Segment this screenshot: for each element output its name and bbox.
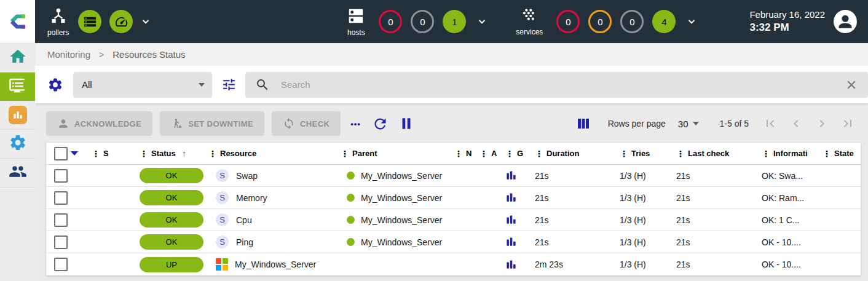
rows-per-page-value: 30 — [678, 119, 688, 129]
filter-settings-gear-icon[interactable] — [47, 77, 63, 93]
sort-asc-icon[interactable]: ↑ — [182, 148, 187, 159]
filter-scope-select[interactable]: All — [73, 72, 212, 98]
edit-columns-icon[interactable] — [576, 116, 591, 131]
pause-autorefresh-button[interactable] — [398, 116, 414, 132]
services-chevron-down-icon[interactable] — [686, 16, 697, 27]
previous-page-button[interactable] — [789, 116, 803, 131]
pollers-menu[interactable]: pollers — [47, 7, 69, 37]
hosts-up-counter[interactable]: 1 — [443, 10, 466, 33]
table-row[interactable]: OK SMemory My_Windows_Server 21s 1/3 (H)… — [46, 187, 861, 209]
row-checkbox[interactable] — [54, 258, 68, 271]
hosts-down-counter[interactable]: 0 — [379, 10, 402, 33]
sidebar-item-home[interactable] — [0, 44, 35, 73]
row-checkbox[interactable] — [54, 169, 68, 183]
column-header-state[interactable]: State — [834, 149, 854, 158]
column-header-status[interactable]: Status — [151, 149, 176, 158]
parent-name[interactable]: My_Windows_Server — [361, 215, 442, 225]
column-header-severity[interactable]: S — [103, 149, 109, 158]
column-header-resource[interactable]: Resource — [220, 149, 256, 158]
table-row[interactable]: OK SCpu My_Windows_Server 21s 1/3 (H) 21… — [46, 209, 861, 231]
column-header-tries[interactable]: Tries — [631, 149, 650, 158]
row-checkbox[interactable] — [54, 235, 68, 249]
expand-all-arrow-icon[interactable] — [71, 151, 78, 156]
last-page-button[interactable] — [840, 116, 855, 131]
column-header-last-check[interactable]: Last check — [688, 149, 729, 158]
advanced-filter-tune-icon[interactable] — [221, 77, 237, 92]
parent-name[interactable]: My_Windows_Server — [361, 193, 442, 203]
refresh-button[interactable] — [372, 116, 389, 132]
set-downtime-button[interactable]: SET DOWNTIME — [160, 111, 264, 136]
column-handle-icon[interactable]: ⋮ — [823, 149, 831, 158]
column-handle-icon[interactable]: ⋮ — [341, 149, 349, 158]
resource-name[interactable]: Cpu — [236, 215, 252, 225]
hosts-unreachable-counter[interactable]: 0 — [411, 10, 434, 33]
select-all-checkbox[interactable] — [54, 147, 68, 160]
table-row[interactable]: OK SPing My_Windows_Server 21s 1/3 (H) 2… — [46, 231, 861, 253]
rows-per-page-select[interactable]: 30 — [678, 119, 699, 129]
hosts-menu[interactable]: hosts — [347, 7, 365, 37]
services-label: services — [516, 28, 543, 36]
table-row[interactable]: OK SSwap My_Windows_Server 21s 1/3 (H) 2… — [46, 165, 861, 187]
parent-name[interactable]: My_Windows_Server — [361, 237, 442, 247]
sidebar-item-monitoring[interactable] — [0, 73, 35, 101]
resource-name[interactable]: Swap — [236, 171, 258, 181]
sidebar-item-reporting[interactable] — [0, 101, 35, 130]
services-critical-value: 0 — [566, 17, 570, 27]
services-unknown-counter[interactable]: 0 — [620, 10, 644, 33]
column-handle-icon[interactable]: ⋮ — [762, 149, 770, 158]
more-actions-icon[interactable]: ••• — [350, 119, 361, 129]
resource-name[interactable]: Memory — [236, 193, 267, 203]
row-checkbox[interactable] — [54, 191, 68, 205]
column-header-information[interactable]: Informati — [773, 149, 808, 158]
column-handle-icon[interactable]: ⋮ — [454, 149, 463, 158]
user-avatar[interactable] — [834, 10, 857, 33]
check-button[interactable]: CHECK — [272, 111, 341, 136]
column-header-duration[interactable]: Duration — [546, 149, 579, 158]
poller-latency-icon[interactable] — [109, 10, 133, 33]
first-page-button[interactable] — [763, 116, 778, 131]
status-pill: OK — [140, 234, 203, 250]
hosts-chevron-down-icon[interactable] — [476, 16, 487, 27]
column-handle-icon[interactable]: ⋮ — [620, 149, 628, 158]
table-row[interactable]: UP My_Windows_Server 2m 23s 1/3 (H) 21s … — [46, 253, 861, 275]
hosts-label: hosts — [347, 28, 365, 37]
next-page-button[interactable] — [815, 116, 829, 131]
column-handle-icon[interactable]: ⋮ — [505, 149, 514, 158]
column-header-graph[interactable]: G — [517, 149, 523, 158]
centreon-logo[interactable] — [0, 0, 35, 44]
graph-icon[interactable] — [505, 259, 517, 271]
column-handle-icon[interactable]: ⋮ — [676, 149, 685, 158]
sidebar-item-administration[interactable] — [0, 159, 35, 188]
column-handle-icon[interactable]: ⋮ — [92, 149, 100, 158]
home-icon — [9, 47, 27, 68]
clear-search-icon[interactable] — [845, 78, 858, 92]
acknowledge-label: ACKNOWLEDGE — [74, 119, 141, 129]
search-input[interactable] — [280, 79, 845, 90]
parent-name[interactable]: My_Windows_Server — [361, 171, 442, 181]
services-ok-counter[interactable]: 4 — [652, 10, 676, 33]
column-header-acknowledged[interactable]: A — [491, 149, 497, 158]
row-checkbox[interactable] — [54, 213, 68, 227]
table-header-row: ⋮S ⋮Status↑ ⋮Resource ⋮Parent ⋮N ⋮A ⋮G ⋮… — [46, 143, 861, 165]
services-warning-counter[interactable]: 0 — [588, 10, 612, 33]
column-handle-icon[interactable]: ⋮ — [208, 149, 217, 158]
poller-configuration-icon[interactable] — [78, 10, 101, 33]
pollers-chevron-down-icon[interactable] — [140, 16, 151, 27]
graph-icon[interactable] — [505, 214, 517, 226]
acknowledge-button[interactable]: ACKNOWLEDGE — [46, 111, 152, 136]
select-arrow-icon — [199, 83, 205, 87]
graph-icon[interactable] — [505, 236, 517, 248]
sidebar-item-configuration[interactable] — [0, 130, 35, 159]
resource-name[interactable]: Ping — [236, 237, 253, 247]
services-critical-counter[interactable]: 0 — [556, 10, 580, 33]
column-handle-icon[interactable]: ⋮ — [140, 149, 148, 158]
resource-name[interactable]: My_Windows_Server — [235, 259, 316, 269]
column-handle-icon[interactable]: ⋮ — [535, 149, 543, 158]
column-header-parent[interactable]: Parent — [352, 149, 377, 158]
services-menu[interactable]: services — [516, 7, 543, 36]
column-handle-icon[interactable]: ⋮ — [479, 149, 488, 158]
graph-icon[interactable] — [505, 192, 517, 204]
breadcrumb-section[interactable]: Monitoring — [47, 49, 90, 60]
graph-icon[interactable] — [505, 170, 517, 181]
column-header-notification[interactable]: N — [466, 149, 471, 158]
